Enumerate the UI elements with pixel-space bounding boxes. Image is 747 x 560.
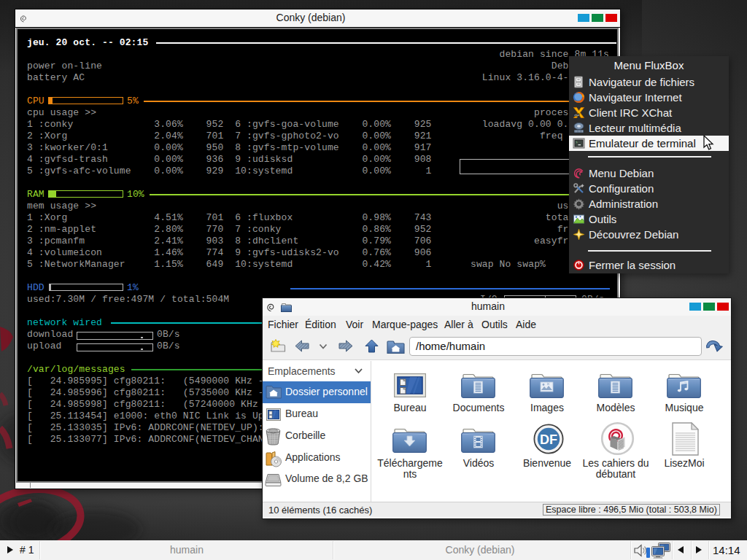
svg-text:DF: DF bbox=[540, 432, 557, 447]
svg-text:chat: chat bbox=[574, 114, 579, 117]
svg-text:>: > bbox=[576, 141, 578, 144]
